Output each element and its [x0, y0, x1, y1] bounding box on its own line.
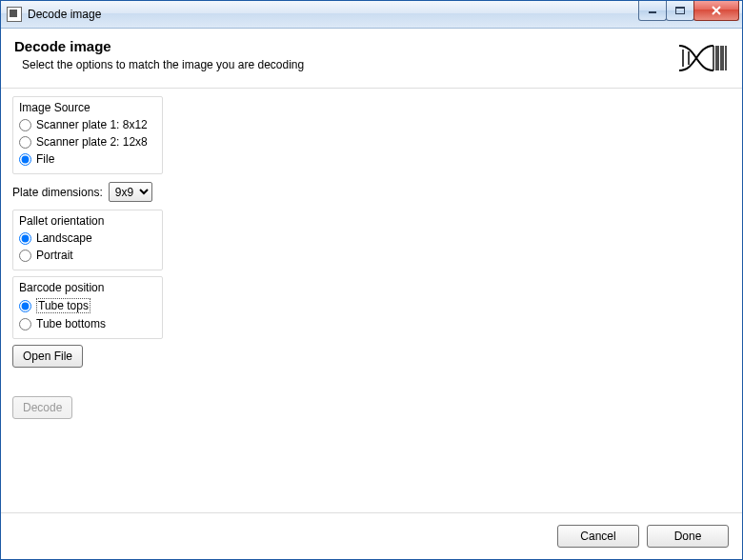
radio-tube-tops-label: Tube tops — [36, 298, 90, 313]
radio-landscape-label: Landscape — [36, 231, 92, 245]
radio-scanner1-input[interactable] — [19, 119, 31, 131]
radio-tube-tops[interactable]: Tube tops — [19, 296, 156, 315]
dialog-body: Image Source Scanner plate 1: 8x12 Scann… — [1, 89, 742, 512]
radio-scanner2-input[interactable] — [19, 136, 31, 149]
radio-tube-bottoms-input[interactable] — [19, 318, 31, 330]
window-controls — [639, 1, 739, 20]
radio-portrait-input[interactable] — [19, 250, 31, 262]
radio-tube-tops-input[interactable] — [19, 300, 31, 312]
minimize-icon — [648, 7, 657, 14]
dna-barcode-logo-icon — [677, 40, 729, 76]
titlebar: Decode image — [1, 1, 742, 29]
radio-tube-bottoms-label: Tube bottoms — [36, 317, 106, 330]
window-frame: Decode image Decode image Select the opt… — [0, 0, 743, 560]
minimize-button[interactable] — [638, 1, 667, 21]
radio-portrait[interactable]: Portrait — [19, 247, 156, 264]
image-preview-area — [172, 96, 731, 505]
done-button[interactable]: Done — [647, 525, 729, 548]
plate-dimensions-select[interactable]: 9x9 — [109, 182, 152, 202]
radio-portrait-label: Portrait — [36, 249, 73, 262]
radio-scanner1[interactable]: Scanner plate 1: 8x12 — [19, 116, 156, 133]
dialog-header: Decode image Select the options to match… — [1, 29, 742, 89]
radio-tube-bottoms[interactable]: Tube bottoms — [19, 315, 156, 332]
radio-landscape-input[interactable] — [19, 232, 31, 245]
radio-file-label: File — [36, 152, 54, 166]
decode-button[interactable]: Decode — [12, 396, 72, 419]
window-title: Decode image — [28, 8, 639, 21]
svg-rect-2 — [675, 7, 685, 9]
page-title: Decode image — [14, 38, 677, 54]
barcode-position-legend: Barcode position — [19, 281, 156, 294]
barcode-position-group: Barcode position Tube tops Tube bottoms — [12, 276, 163, 339]
page-subtitle: Select the options to match the image yo… — [22, 58, 677, 71]
radio-scanner1-label: Scanner plate 1: 8x12 — [36, 118, 148, 131]
close-icon — [711, 6, 722, 15]
maximize-button[interactable] — [666, 1, 694, 21]
radio-file[interactable]: File — [19, 150, 156, 168]
radio-landscape[interactable]: Landscape — [19, 230, 156, 247]
radio-file-input[interactable] — [19, 153, 31, 166]
app-icon — [7, 7, 22, 22]
maximize-icon — [675, 7, 685, 14]
radio-scanner2[interactable]: Scanner plate 2: 12x8 — [19, 133, 156, 150]
options-panel: Image Source Scanner plate 1: 8x12 Scann… — [12, 96, 163, 505]
pallet-orientation-legend: Pallet orientation — [19, 214, 156, 228]
open-file-button[interactable]: Open File — [12, 345, 83, 368]
plate-dimensions-row: Plate dimensions: 9x9 — [12, 180, 163, 204]
image-source-legend: Image Source — [19, 101, 156, 114]
plate-dimensions-label: Plate dimensions: — [12, 186, 103, 199]
image-source-group: Image Source Scanner plate 1: 8x12 Scann… — [12, 96, 163, 174]
dialog-footer: Cancel Done — [1, 512, 742, 559]
header-text: Decode image Select the options to match… — [14, 38, 677, 71]
close-button[interactable] — [693, 1, 739, 21]
svg-rect-0 — [649, 11, 656, 13]
pallet-orientation-group: Pallet orientation Landscape Portrait — [12, 210, 163, 270]
cancel-button[interactable]: Cancel — [557, 525, 639, 548]
radio-scanner2-label: Scanner plate 2: 12x8 — [36, 135, 148, 149]
